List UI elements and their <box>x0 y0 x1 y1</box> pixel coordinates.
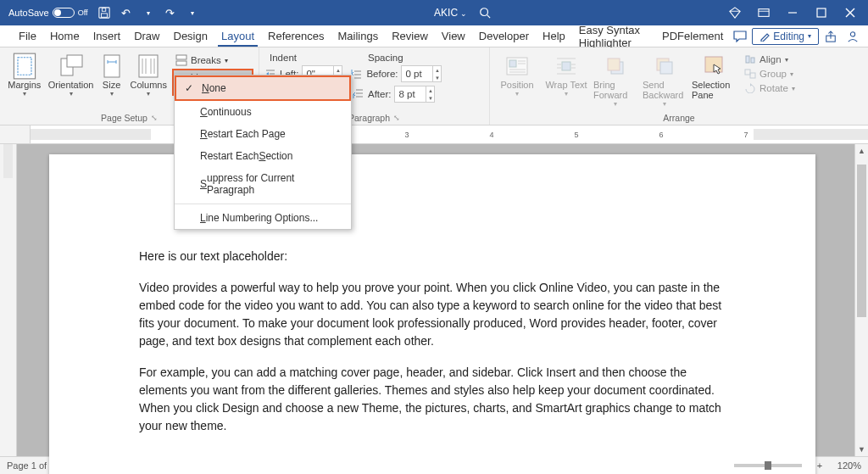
send-backward-button[interactable]: Send Backward▾ <box>643 51 687 108</box>
orientation-button[interactable]: Orientation▾ <box>49 51 93 98</box>
tab-layout[interactable]: Layout <box>214 26 261 46</box>
redo-icon[interactable]: ↷ <box>159 3 181 23</box>
svg-rect-53 <box>608 59 620 70</box>
bring-forward-icon <box>602 53 629 80</box>
columns-button[interactable]: Columns▾ <box>131 51 167 98</box>
search-icon[interactable] <box>474 3 496 23</box>
svg-rect-59 <box>745 70 750 75</box>
minimize-icon[interactable] <box>778 3 807 23</box>
spacing-after-input[interactable]: 8 pt▲▼ <box>394 86 435 103</box>
undo-dropdown-icon[interactable]: ▾ <box>137 3 159 23</box>
group-button[interactable]: Group▾ <box>741 67 798 81</box>
scroll-up-icon[interactable]: ▲ <box>855 144 868 158</box>
scroll-thumb[interactable] <box>857 165 866 317</box>
qat-customize-icon[interactable]: ▾ <box>181 3 203 23</box>
spacing-before-input[interactable]: 0 pt▲▼ <box>401 65 442 82</box>
undo-icon[interactable]: ↶ <box>115 3 137 23</box>
menu-item-continuous[interactable]: Continuous <box>175 101 351 123</box>
ruler-corner <box>0 125 31 143</box>
columns-icon <box>135 53 162 80</box>
save-icon[interactable] <box>93 3 115 23</box>
page-setup-label: Page Setup <box>101 113 147 123</box>
tab-help[interactable]: Help <box>536 26 572 46</box>
menu-item-restart-page[interactable]: Restart Each Page <box>175 123 351 145</box>
svg-rect-57 <box>746 56 749 63</box>
svg-rect-25 <box>176 61 186 65</box>
tab-review[interactable]: Review <box>385 26 435 46</box>
tab-developer[interactable]: Developer <box>472 26 536 46</box>
group-icon <box>744 69 756 79</box>
position-button[interactable]: Position▾ <box>495 51 539 98</box>
doc-para-3[interactable]: For example, you can add a matching cove… <box>139 364 722 435</box>
align-button[interactable]: Align▾ <box>741 53 798 66</box>
svg-rect-0 <box>98 8 108 18</box>
spacing-after-label: After: <box>368 89 391 99</box>
size-button[interactable]: Size▾ <box>98 51 125 98</box>
maximize-icon[interactable] <box>807 3 836 23</box>
tab-pdfelement[interactable]: PDFelement <box>655 26 730 46</box>
line-numbers-dropdown: None Continuous Restart Each Page Restar… <box>174 75 352 230</box>
tab-insert[interactable]: Insert <box>86 26 128 46</box>
tab-design[interactable]: Design <box>167 26 214 46</box>
menu-item-options[interactable]: Line Numbering Options... <box>175 207 351 229</box>
menu-item-none[interactable]: None <box>175 75 351 101</box>
doc-para-2[interactable]: Video provides a powerful way to help yo… <box>139 279 722 350</box>
paragraph-launcher-icon[interactable]: ⤡ <box>393 114 400 122</box>
svg-rect-9 <box>817 8 826 17</box>
autosave-toggle[interactable]: AutoSave Off <box>3 8 93 18</box>
svg-line-4 <box>487 15 491 19</box>
menu-separator <box>175 204 351 204</box>
account-icon[interactable] <box>843 27 863 46</box>
tab-references[interactable]: References <box>261 26 331 46</box>
zoom-slider[interactable] <box>734 464 802 467</box>
svg-rect-58 <box>751 58 754 63</box>
margins-button[interactable]: Margins▾ <box>5 51 44 98</box>
breaks-icon <box>175 54 187 66</box>
tab-file[interactable]: File <box>12 26 43 46</box>
rotate-button[interactable]: Rotate▾ <box>741 81 798 95</box>
ribbon-display-icon[interactable] <box>749 3 778 23</box>
autosave-label: AutoSave <box>8 8 49 18</box>
bring-forward-button[interactable]: Bring Forward▾ <box>593 51 637 108</box>
svg-rect-6 <box>759 9 769 17</box>
group-arrange: Position▾ Wrap Text▾ Bring Forward▾ Send… <box>490 47 868 125</box>
doc-para-1[interactable]: Here is our text placeholder: <box>139 248 722 265</box>
indent-header: Indent <box>270 53 297 63</box>
titlebar: AutoSave Off ↶ ▾ ↷ ▾ AKIC ⌄ <box>0 0 868 25</box>
svg-rect-24 <box>176 55 186 59</box>
wrap-text-button[interactable]: Wrap Text▾ <box>544 51 588 98</box>
svg-rect-60 <box>750 73 755 78</box>
margins-icon <box>11 53 38 80</box>
menu-item-suppress[interactable]: Suppress for Current Paragraph <box>175 167 351 201</box>
zoom-level[interactable]: 120% <box>837 460 861 471</box>
tab-draw[interactable]: Draw <box>127 26 166 46</box>
tab-home[interactable]: Home <box>43 26 86 46</box>
tab-mailings[interactable]: Mailings <box>331 26 386 46</box>
breaks-button[interactable]: Breaks▾ <box>172 53 253 68</box>
page-setup-launcher-icon[interactable]: ⤡ <box>151 114 158 122</box>
tab-view[interactable]: View <box>435 26 472 46</box>
toggle-switch-icon <box>53 8 75 18</box>
close-icon[interactable] <box>836 3 865 23</box>
selection-pane-button[interactable]: Selection Pane <box>692 51 736 100</box>
diamond-icon[interactable] <box>721 3 749 23</box>
vertical-ruler[interactable] <box>0 144 17 456</box>
rotate-icon <box>744 83 756 93</box>
menu-item-restart-section[interactable]: Restart Each Section <box>175 145 351 167</box>
comments-icon[interactable] <box>730 27 750 46</box>
svg-rect-45 <box>562 62 570 70</box>
horizontal-ruler[interactable]: 1 2 3 4 5 6 7 <box>0 125 868 144</box>
send-backward-icon <box>651 53 678 80</box>
autosave-state: Off <box>78 8 88 17</box>
scroll-down-icon[interactable]: ▼ <box>855 443 868 456</box>
size-icon <box>98 53 125 80</box>
vertical-scrollbar[interactable]: ▲ ▼ <box>854 144 868 456</box>
document-page[interactable]: Here is our text placeholder: Video prov… <box>49 154 815 474</box>
svg-rect-19 <box>139 55 158 77</box>
svg-rect-55 <box>660 62 672 74</box>
editing-mode-button[interactable]: Editing ▾ <box>752 28 819 45</box>
document-title[interactable]: AKIC ⌄ <box>427 7 474 19</box>
orientation-icon <box>58 53 85 80</box>
status-page[interactable]: Page 1 of 1 <box>7 460 54 471</box>
share-icon[interactable] <box>821 27 841 46</box>
